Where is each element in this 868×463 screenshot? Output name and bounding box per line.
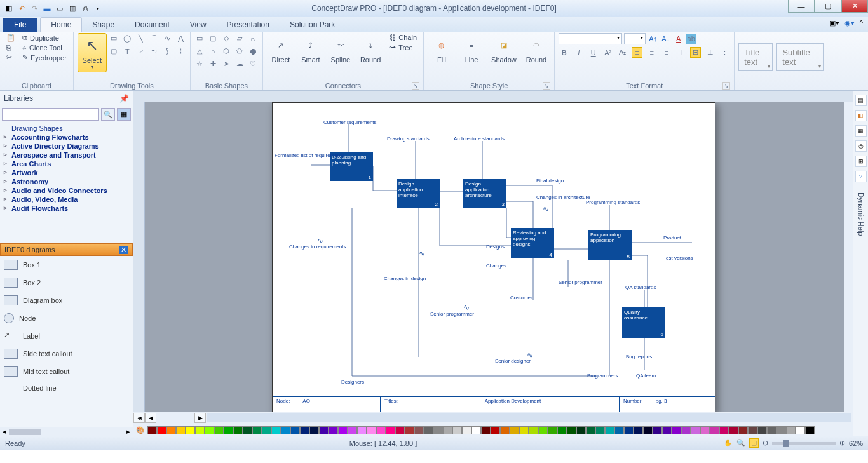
qat-open-icon[interactable]: ▥ — [67, 3, 78, 13]
color-swatch[interactable] — [729, 426, 738, 434]
color-swatch[interactable] — [319, 426, 329, 434]
dialog-launcher-icon[interactable]: ↘ — [412, 82, 419, 90]
font-color-icon[interactable]: A — [673, 34, 684, 44]
cut-button[interactable]: ✂ — [4, 53, 18, 62]
color-swatch[interactable] — [529, 426, 538, 434]
color-swatch[interactable] — [262, 426, 271, 434]
color-swatch[interactable] — [376, 426, 386, 434]
search-button[interactable]: 🔍 — [101, 108, 115, 121]
shape-circle-icon[interactable]: ○ — [208, 46, 219, 57]
shape-star-icon[interactable]: ☆ — [194, 58, 205, 69]
color-swatch[interactable] — [672, 426, 681, 434]
line-button[interactable]: ≡Line — [458, 33, 485, 65]
rs-btn1[interactable]: ▤ — [855, 95, 867, 106]
color-swatch[interactable] — [786, 426, 796, 434]
font-size-combo[interactable] — [624, 33, 646, 44]
zoom-out-button[interactable]: ⊖ — [763, 439, 768, 447]
shape-oct-icon[interactable]: ⯃ — [248, 46, 259, 57]
color-swatch[interactable] — [147, 426, 157, 434]
shrink-font-icon[interactable]: A↓ — [660, 34, 671, 44]
color-swatch[interactable] — [195, 426, 205, 434]
rs-btn5[interactable]: ⊞ — [855, 156, 867, 167]
color-swatch[interactable] — [500, 426, 510, 434]
copy-button[interactable]: ⎘ — [4, 43, 18, 52]
color-swatch[interactable] — [595, 426, 605, 434]
qat-redo-icon[interactable]: ↷ — [29, 3, 39, 13]
shape-pent-icon[interactable]: ⬠ — [234, 46, 245, 57]
select-tool-button[interactable]: ↖ Select▾ — [78, 33, 107, 72]
shape-rrect-icon[interactable]: ▢ — [208, 33, 219, 44]
dialog-launcher2-icon[interactable]: ↘ — [543, 82, 550, 90]
tool-ellipse-icon[interactable]: ◯ — [122, 33, 133, 44]
tool-arc-icon[interactable]: ⌒ — [149, 33, 159, 44]
font-family-combo[interactable] — [559, 33, 622, 44]
color-swatch[interactable] — [614, 426, 624, 434]
align-bot-button[interactable]: ⊥ — [705, 47, 715, 58]
zoom-in-button[interactable]: ⊕ — [839, 439, 845, 447]
lib-item[interactable]: Box 1 — [0, 256, 133, 274]
fit-icon[interactable]: ⊡ — [749, 438, 759, 448]
color-swatch[interactable] — [605, 426, 614, 434]
color-swatch[interactable] — [166, 426, 176, 434]
tree-item[interactable]: Artwork — [3, 168, 130, 177]
qat-more-icon[interactable]: ▾ — [93, 3, 103, 13]
tab-document[interactable]: Document — [125, 18, 180, 32]
tab-next-button[interactable]: ▶ — [194, 413, 206, 423]
color-swatch[interactable] — [576, 426, 586, 434]
color-swatch[interactable] — [348, 426, 357, 434]
tool-poly-icon[interactable]: ⋀ — [175, 33, 186, 44]
tree-item[interactable]: Audio and Video Connectors — [3, 186, 130, 195]
smart-connector-button[interactable]: ⤴Smart — [297, 33, 325, 65]
shape-diamond-icon[interactable]: ◇ — [221, 33, 232, 44]
tab-presentation[interactable]: Presentation — [217, 18, 280, 32]
lib-item[interactable]: Side text callout — [0, 345, 133, 363]
shape-parallel-icon[interactable]: ▱ — [234, 33, 245, 44]
color-swatch[interactable] — [700, 426, 710, 434]
tab-prev-button[interactable]: ◀ — [145, 413, 156, 423]
superscript-button[interactable]: A² — [602, 47, 613, 58]
pin-icon[interactable]: 📌 — [119, 94, 129, 103]
color-swatch[interactable] — [395, 426, 405, 434]
color-swatch[interactable] — [491, 426, 500, 434]
color-swatch[interactable] — [624, 426, 634, 434]
tool-curve-icon[interactable]: ∿ — [162, 33, 173, 44]
palette-picker-icon[interactable]: 🎨 — [136, 426, 145, 434]
spline-connector-button[interactable]: 〰Spline — [327, 33, 355, 65]
round-button[interactable]: ◠Round — [522, 33, 550, 65]
zoom-region-icon[interactable]: 🔍 — [736, 439, 745, 447]
help-button[interactable]: ? — [855, 171, 867, 182]
tree-item[interactable]: Accounting Flowcharts — [3, 133, 130, 142]
lib-item[interactable]: Box 2 — [0, 274, 133, 292]
tree-item[interactable]: Drawing Shapes — [3, 124, 130, 133]
horizontal-scrollbar[interactable] — [207, 413, 851, 422]
color-swatch[interactable] — [567, 426, 576, 434]
align-mid-button[interactable]: ⊟ — [690, 47, 701, 58]
close-button[interactable]: ✕ — [841, 0, 868, 13]
color-swatch[interactable] — [796, 426, 805, 434]
align-center-button[interactable]: ≡ — [646, 47, 657, 58]
dialog-launcher3-icon[interactable]: ↘ — [722, 82, 730, 90]
color-swatch[interactable] — [710, 426, 719, 434]
color-swatch[interactable] — [338, 426, 348, 434]
canvas[interactable]: Discussing and planning1Design applicati… — [145, 102, 844, 412]
diagram-box[interactable]: Reviewing and approving designs4 — [511, 228, 554, 258]
tree-item[interactable]: Active Directory Diagrams — [3, 142, 130, 151]
color-swatch[interactable] — [214, 426, 224, 434]
color-swatch[interactable] — [462, 426, 471, 434]
diagram-box[interactable]: Quality assurance6 — [622, 307, 665, 338]
tree-item[interactable]: Area Charts — [3, 159, 130, 168]
color-swatch[interactable] — [433, 426, 443, 434]
color-swatch[interactable] — [557, 426, 567, 434]
color-swatch[interactable] — [386, 426, 395, 434]
subscript-button[interactable]: A₂ — [617, 47, 628, 58]
color-swatch[interactable] — [538, 426, 548, 434]
shape-arrow-icon[interactable]: ➤ — [221, 58, 232, 69]
grow-font-icon[interactable]: A↑ — [648, 34, 658, 44]
color-swatch[interactable] — [329, 426, 338, 434]
tree-item[interactable]: Aerospace and Transport — [3, 151, 130, 159]
color-swatch[interactable] — [367, 426, 376, 434]
dynamic-help-label[interactable]: Dynamic Help — [857, 192, 865, 236]
close-lib-icon[interactable]: ✕ — [119, 246, 128, 254]
color-swatch[interactable] — [252, 426, 262, 434]
color-swatch[interactable] — [205, 426, 214, 434]
